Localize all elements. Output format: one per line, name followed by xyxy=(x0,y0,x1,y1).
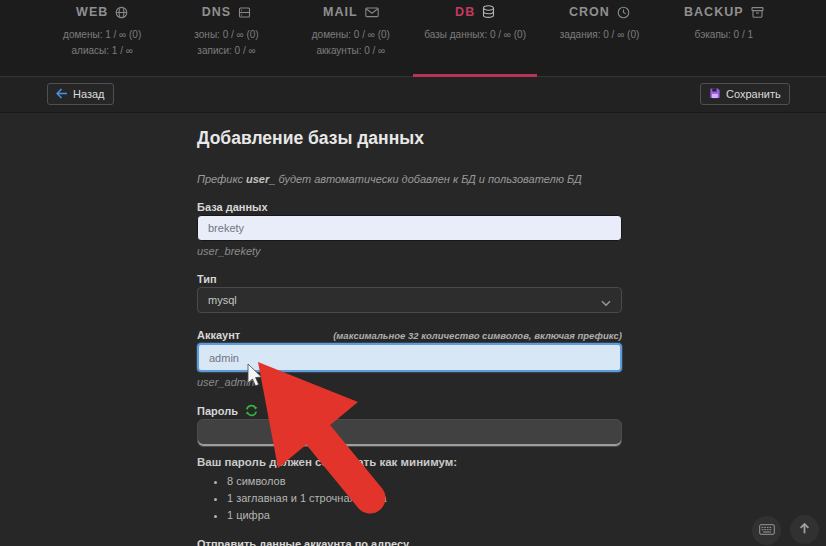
nav-tab-cron[interactable]: CRON задания: 0 / ∞ (0) xyxy=(537,0,661,76)
arrow-up-icon xyxy=(798,522,811,538)
nav-tab-cron-label: CRON xyxy=(569,5,610,19)
add-database-form: Добавление базы данных Префикс user_ буд… xyxy=(197,113,622,546)
db-type-selected-value: mysql xyxy=(208,294,237,306)
nav-stat: задания: 0 / ∞ (0) xyxy=(537,27,661,43)
password-input[interactable] xyxy=(197,419,622,447)
page-title: Добавление базы данных xyxy=(197,128,622,149)
nav-tab-backup-label: BACKUP xyxy=(684,5,743,19)
envelope-icon xyxy=(365,6,379,18)
password-requirements-title: Ваш пароль должен содержать как минимум: xyxy=(197,456,622,468)
account-input[interactable] xyxy=(197,343,622,372)
nav-stat: алиасы: 1 / ∞ xyxy=(40,43,164,59)
password-requirement: 1 заглавная и 1 строчная буква xyxy=(227,490,622,507)
password-label-row: Пароль xyxy=(197,404,622,417)
nav-tab-web[interactable]: WEB домены: 1 / ∞ (0) алиасы: 1 / ∞ xyxy=(40,0,164,76)
nav-stat: зоны: 0 / ∞ (0) xyxy=(164,27,288,43)
account-full-name: user_admin xyxy=(197,376,622,388)
nav-web-stats: домены: 1 / ∞ (0) алиасы: 1 / ∞ xyxy=(40,27,164,58)
hestia-control-panel: WEB домены: 1 / ∞ (0) алиасы: 1 / ∞ DNS … xyxy=(0,0,826,546)
generate-password-icon[interactable] xyxy=(245,404,258,417)
globe-icon xyxy=(115,6,128,19)
account-label-row: Аккаунт (максимальное 32 количество симв… xyxy=(197,329,622,341)
password-requirement: 8 символов xyxy=(227,473,622,490)
save-button[interactable]: Сохранить xyxy=(700,83,790,105)
database-name-input[interactable] xyxy=(197,215,622,241)
nav-backup-stats: бэкапы: 0 / 1 xyxy=(662,27,786,43)
archive-icon xyxy=(751,6,764,19)
nav-stat: базы данных: 0 / ∞ (0) xyxy=(413,27,537,43)
nav-mail-stats: домены: 0 / ∞ (0) аккаунты: 0 / ∞ xyxy=(289,27,413,58)
chevron-down-icon xyxy=(601,297,611,309)
save-button-label: Сохранить xyxy=(726,88,781,100)
nav-db-stats: базы данных: 0 / ∞ (0) xyxy=(413,27,537,43)
main-content: Добавление базы данных Префикс user_ буд… xyxy=(0,113,826,546)
nav-tab-dns[interactable]: DNS зоны: 0 / ∞ (0) записи: 0 / ∞ xyxy=(164,0,288,76)
back-button-label: Назад xyxy=(73,88,105,100)
back-button[interactable]: Назад xyxy=(47,83,114,105)
clock-icon xyxy=(617,6,630,19)
prefix-hint-pre: Префикс xyxy=(197,173,246,185)
nav-tab-db[interactable]: DB базы данных: 0 / ∞ (0) xyxy=(413,0,537,76)
db-type-label: Тип xyxy=(197,273,622,285)
account-label: Аккаунт xyxy=(197,329,240,341)
prefix-hint-prefix: user_ xyxy=(246,173,275,185)
database-name-label: База данных xyxy=(197,201,622,213)
prefix-hint: Префикс user_ будет автоматически добавл… xyxy=(197,173,622,185)
password-label: Пароль xyxy=(197,405,238,417)
save-floppy-icon xyxy=(709,87,721,101)
toolbar: Назад Сохранить xyxy=(0,77,826,113)
nav-tab-backup[interactable]: BACKUP бэкапы: 0 / 1 xyxy=(662,0,786,76)
keyboard-shortcuts-button[interactable] xyxy=(752,516,781,545)
password-requirement: 1 цифра xyxy=(227,507,622,524)
top-nav: WEB домены: 1 / ∞ (0) алиасы: 1 / ∞ DNS … xyxy=(0,0,826,77)
nav-stat: домены: 0 / ∞ (0) xyxy=(289,27,413,43)
prefix-hint-post: будет автоматически добавлен к БД и поль… xyxy=(275,173,581,185)
nav-tab-dns-label: DNS xyxy=(202,5,231,19)
nav-tab-web-label: WEB xyxy=(76,5,108,19)
nav-dns-stats: зоны: 0 / ∞ (0) записи: 0 / ∞ xyxy=(164,27,288,58)
nav-stat: бэкапы: 0 / 1 xyxy=(662,27,786,43)
nav-cron-stats: задания: 0 / ∞ (0) xyxy=(537,27,661,43)
db-type-select[interactable]: mysql xyxy=(197,287,622,313)
database-full-name: user_brekety xyxy=(197,245,622,257)
server-icon xyxy=(238,6,251,19)
nav-stat: аккаунты: 0 / ∞ xyxy=(289,43,413,59)
password-requirements-list: 8 символов 1 заглавная и 1 строчная букв… xyxy=(197,473,622,524)
scroll-top-button[interactable] xyxy=(790,515,819,544)
nav-tab-mail-label: MAIL xyxy=(323,5,358,19)
keyboard-icon xyxy=(759,523,775,538)
account-length-note: (максимальное 32 количество символов, вк… xyxy=(333,330,622,341)
nav-stat: записи: 0 / ∞ xyxy=(164,43,288,59)
send-credentials-label: Отправить данные аккаунта по адресу xyxy=(197,538,622,546)
nav-stat: домены: 1 / ∞ (0) xyxy=(40,27,164,43)
database-icon xyxy=(482,5,495,19)
nav-tab-db-label: DB xyxy=(455,5,475,19)
nav-tab-mail[interactable]: MAIL домены: 0 / ∞ (0) аккаунты: 0 / ∞ xyxy=(289,0,413,76)
back-arrow-icon xyxy=(56,88,68,101)
